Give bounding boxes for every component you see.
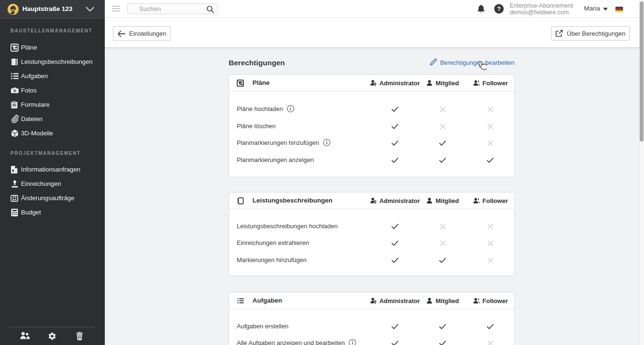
svg-text:?: ? <box>497 5 501 12</box>
